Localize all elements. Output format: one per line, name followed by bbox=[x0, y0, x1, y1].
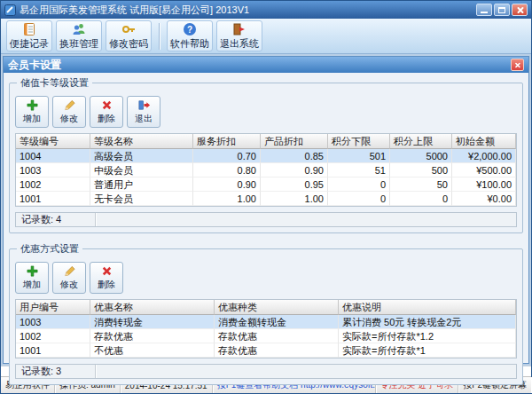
app-window: 易企用国际美发管理系统 试用版[易企用公司] 2013V1 便捷记录 bbox=[0, 0, 532, 394]
record-count: 记录数: 3 bbox=[16, 365, 96, 378]
software-help-button[interactable]: ? 软件帮助 bbox=[167, 20, 213, 51]
column-header[interactable]: 等级编号 bbox=[16, 134, 90, 149]
maximize-icon bbox=[498, 7, 505, 13]
column-header[interactable]: 积分上限 bbox=[390, 134, 452, 149]
discount-toolbar: 增加 修改 删除 bbox=[15, 262, 517, 294]
cell: 1002 bbox=[16, 329, 90, 343]
edit-level-label: 修改 bbox=[60, 113, 78, 125]
window-title: 易企用国际美发管理系统 试用版[易企用公司] 2013V1 bbox=[20, 4, 476, 17]
cell: 不优惠 bbox=[90, 343, 215, 358]
cell: 1001 bbox=[16, 343, 90, 358]
delete-icon bbox=[100, 98, 113, 112]
table-header-row: 等级编号 等级名称 服务折扣 产品折扣 积分下限 积分上限 初始金额 bbox=[16, 134, 516, 149]
cell: 存款优惠 bbox=[215, 343, 339, 358]
cell: 501 bbox=[328, 149, 390, 163]
table-row[interactable]: 1003 中级会员 0.80 0.90 51 500 ¥500.00 bbox=[16, 163, 516, 177]
exit-system-button[interactable]: 退出系统 bbox=[216, 20, 262, 51]
column-header[interactable]: 用户编号 bbox=[16, 300, 90, 315]
cell: 0 bbox=[328, 192, 390, 206]
cell: 存款优惠 bbox=[90, 329, 215, 343]
panel-close-button[interactable] bbox=[511, 59, 524, 71]
column-header[interactable]: 优惠种类 bbox=[215, 300, 339, 315]
cell: 消费金额转现金 bbox=[215, 315, 339, 329]
cell: 1002 bbox=[16, 177, 90, 192]
people-icon bbox=[72, 22, 86, 36]
change-password-button[interactable]: 修改密码 bbox=[106, 20, 152, 51]
edit-icon bbox=[63, 264, 76, 278]
cell: 1.00 bbox=[193, 192, 261, 206]
minimize-button[interactable] bbox=[476, 4, 492, 16]
cell: 0.95 bbox=[261, 177, 328, 192]
cell: 1003 bbox=[16, 163, 90, 177]
discount-table: 用户编号 优惠名称 优惠种类 优惠说明 1003 消费转现金 消费金额转现金 累… bbox=[15, 299, 517, 359]
panel-title: 会员卡设置 bbox=[8, 58, 61, 73]
table-header-row: 用户编号 优惠名称 优惠种类 优惠说明 bbox=[16, 300, 516, 315]
add-discount-button[interactable]: 增加 bbox=[15, 262, 49, 294]
card-level-group-title: 储值卡等级设置 bbox=[17, 76, 92, 90]
close-icon bbox=[516, 6, 524, 14]
card-level-toolbar: 增加 修改 删除 bbox=[15, 96, 517, 128]
cell: 51 bbox=[328, 163, 390, 177]
cell: ¥500.00 bbox=[452, 163, 516, 177]
close-button[interactable] bbox=[512, 4, 528, 16]
quick-record-label: 便捷记录 bbox=[10, 37, 49, 51]
column-header[interactable]: 等级名称 bbox=[90, 134, 193, 149]
table-row[interactable]: 1002 普通用户 0.90 0.95 0 50 ¥100.00 bbox=[16, 177, 516, 192]
table-row[interactable]: 1002 存款优惠 存款优惠 实际款=所付存款*1.2 bbox=[16, 329, 516, 343]
table-row[interactable]: 1001 无卡会员 1.00 1.00 0 0 ¥0.00 bbox=[16, 192, 516, 206]
delete-level-label: 删除 bbox=[98, 113, 115, 125]
shift-manage-button[interactable]: 换班管理 bbox=[56, 20, 102, 51]
member-card-settings-window: 会员卡设置 储值卡等级设置 增加 bbox=[3, 56, 529, 364]
mdi-area: 会员卡设置 储值卡等级设置 增加 bbox=[1, 54, 531, 366]
cell: 0.80 bbox=[193, 163, 261, 177]
column-header[interactable]: 积分下限 bbox=[328, 134, 390, 149]
cell: 实际款=所付存款*1 bbox=[339, 343, 516, 358]
cell: 普通用户 bbox=[90, 177, 193, 192]
cell: 5000 bbox=[390, 149, 452, 163]
add-icon bbox=[26, 98, 39, 112]
cell: ¥0.00 bbox=[452, 192, 516, 206]
edit-level-button[interactable]: 修改 bbox=[52, 96, 86, 128]
column-header[interactable]: 优惠说明 bbox=[339, 300, 516, 315]
cell: 1003 bbox=[16, 315, 90, 329]
card-level-record-bar: 记录数: 4 bbox=[15, 212, 517, 227]
cell: 存款优惠 bbox=[215, 329, 339, 343]
column-header[interactable]: 产品折扣 bbox=[261, 134, 328, 149]
edit-discount-label: 修改 bbox=[60, 279, 78, 291]
delete-icon bbox=[100, 264, 113, 278]
delete-level-button[interactable]: 删除 bbox=[90, 96, 123, 128]
add-discount-label: 增加 bbox=[23, 279, 41, 291]
quick-record-button[interactable]: 便捷记录 bbox=[6, 20, 52, 51]
app-icon bbox=[4, 4, 16, 16]
cell: 高级会员 bbox=[90, 149, 193, 163]
column-header[interactable]: 优惠名称 bbox=[90, 300, 215, 315]
table-row[interactable]: 1003 消费转现金 消费金额转现金 累计消费 50元 转换现金2元 bbox=[16, 315, 516, 329]
maximize-button[interactable] bbox=[494, 4, 510, 16]
add-level-button[interactable]: 增加 bbox=[15, 96, 49, 128]
add-icon bbox=[26, 264, 39, 278]
cell: 1001 bbox=[16, 192, 90, 206]
panel-close-icon bbox=[514, 61, 520, 67]
delete-discount-button[interactable]: 删除 bbox=[90, 262, 123, 294]
cell: 0 bbox=[328, 177, 390, 192]
cell: 实际款=所付存款*1.2 bbox=[339, 329, 516, 343]
cell: 0.90 bbox=[261, 163, 328, 177]
quit-level-button[interactable]: 退出 bbox=[127, 96, 160, 128]
change-password-label: 修改密码 bbox=[109, 37, 148, 51]
edit-discount-button[interactable]: 修改 bbox=[52, 262, 86, 294]
column-header[interactable]: 服务折扣 bbox=[193, 134, 261, 149]
column-header[interactable]: 初始金额 bbox=[452, 134, 516, 149]
help-icon: ? bbox=[183, 22, 197, 36]
cell: 无卡会员 bbox=[90, 192, 193, 206]
cell: 累计消费 50元 转换现金2元 bbox=[339, 315, 516, 329]
delete-discount-label: 删除 bbox=[98, 279, 115, 291]
key-icon bbox=[121, 22, 136, 36]
card-level-group: 储值卡等级设置 增加 bbox=[9, 83, 523, 233]
cell: 50 bbox=[390, 177, 452, 192]
table-row[interactable]: 1004 高级会员 0.70 0.85 501 5000 ¥2,000.00 bbox=[16, 149, 516, 163]
discount-group-title: 优惠方式设置 bbox=[17, 242, 82, 256]
svg-text:?: ? bbox=[187, 25, 192, 35]
cell: ¥2,000.00 bbox=[452, 149, 516, 163]
discount-group: 优惠方式设置 增加 修 bbox=[9, 248, 523, 385]
table-row[interactable]: 1001 不优惠 存款优惠 实际款=所付存款*1 bbox=[16, 343, 516, 358]
